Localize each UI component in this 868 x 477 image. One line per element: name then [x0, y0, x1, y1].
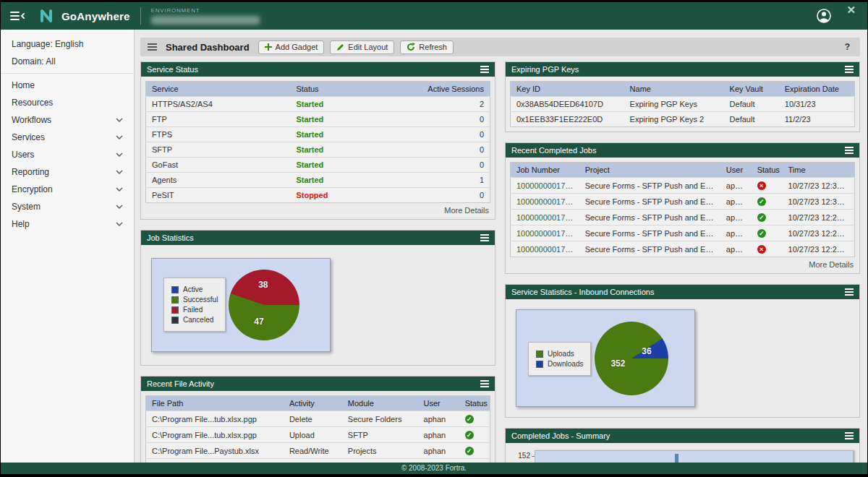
sidebar-item-users[interactable]: Users: [1, 146, 134, 163]
column-header: Status: [752, 163, 783, 178]
key-name: Expiring PGP Keys: [624, 97, 724, 112]
more-details-link[interactable]: More Details: [145, 203, 490, 215]
close-icon[interactable]: ✕: [846, 5, 856, 15]
legend-label: Canceled: [183, 316, 213, 324]
service-status: Started: [290, 127, 404, 142]
service-name: SFTP: [146, 142, 291, 158]
sidebar-item-help[interactable]: Help: [1, 215, 134, 233]
dashboard-toolbar: Shared Dashboard Add Gadget Edit Layout …: [140, 38, 860, 56]
project: Secure Forms - SFTP Push and Encrypt: [579, 225, 720, 241]
sidebar-toggle-icon[interactable]: [9, 9, 27, 22]
expiration-date: 10/31/23: [779, 97, 855, 112]
file-path: C:\Program File...tub.xlsx.pgp: [146, 427, 284, 443]
gadget-title: Recent Completed Jobs: [511, 146, 845, 155]
user: aphan: [720, 210, 752, 225]
sidebar-item-system[interactable]: System: [1, 198, 134, 215]
sidebar-item-label: Domain: All: [12, 56, 56, 66]
left-column: Service Status Service Status Active Ses…: [140, 61, 495, 463]
gadget-menu-icon[interactable]: [845, 66, 854, 73]
account-icon[interactable]: [816, 8, 832, 24]
gadget-service-status: Service Status Service Status Active Ses…: [140, 61, 495, 220]
column-header: Time: [783, 163, 855, 178]
help-button[interactable]: ?: [845, 42, 853, 52]
gadget-menu-icon[interactable]: [480, 234, 489, 241]
job-time: 10/27/23 12:32:48 PM: [783, 178, 855, 194]
sidebar-item-workflows[interactable]: Workflows: [1, 111, 134, 129]
add-gadget-label: Add Gadget: [276, 43, 318, 51]
service-status: Started: [290, 142, 404, 158]
dashboard-menu-icon[interactable]: [148, 43, 157, 51]
status-icon: ✓: [757, 229, 766, 238]
y-axis: 152 114: [510, 450, 535, 463]
gadget-job-statistics: Job Statistics Active Successful Failed …: [140, 230, 495, 366]
user: aphan: [418, 411, 459, 427]
active-sessions: 0: [404, 142, 490, 158]
table-row: 1000000001771Secure Forms - SFTP Push an…: [511, 210, 855, 225]
job-number-link[interactable]: 1000000001771: [511, 210, 579, 225]
gadget-menu-icon[interactable]: [845, 288, 854, 296]
gadget-header: Service Statistics - Inbound Connections: [506, 285, 859, 299]
table-row: AgentsStarted1: [146, 173, 490, 188]
gadget-header: Expiring PGP Keys: [506, 62, 859, 77]
service-name: FTPS: [146, 127, 291, 142]
sidebar-item-label: Language: English: [12, 39, 83, 49]
bar: [675, 454, 678, 463]
sidebar-item-reporting[interactable]: Reporting: [1, 163, 134, 181]
gadget-header: Service Status: [141, 62, 495, 77]
job-number-link[interactable]: 1000000001773: [511, 178, 579, 194]
sidebar-item-home[interactable]: Home: [1, 77, 134, 94]
column-header: Service: [146, 82, 291, 97]
sidebar-item-resources[interactable]: Resources: [1, 94, 134, 111]
legend-swatch-failed: [171, 306, 179, 314]
job-number-link[interactable]: 1000000001772: [511, 194, 579, 210]
gadget-menu-icon[interactable]: [845, 432, 854, 439]
status-icon: ×: [757, 181, 766, 190]
legend-label: Downloads: [548, 360, 583, 368]
edit-layout-button[interactable]: Edit Layout: [330, 40, 394, 54]
more-details-link[interactable]: More Details: [510, 257, 855, 269]
active-sessions: 1: [404, 173, 490, 188]
sidebar-item-services[interactable]: Services: [1, 129, 134, 146]
gadget-title: Recent File Activity: [147, 379, 480, 388]
module: SFTP: [342, 427, 418, 443]
refresh-button[interactable]: Refresh: [400, 40, 454, 54]
app-window: GoAnywhere ENVIRONMENT ✕ Language: Engli…: [1, 2, 867, 474]
topbar-divider: [140, 7, 141, 25]
job-number-link[interactable]: 1000000001770: [511, 225, 579, 241]
column-header: User: [720, 163, 752, 178]
table-row: PeSITStopped0: [146, 188, 490, 203]
pencil-icon: [336, 43, 344, 51]
project: Secure Forms - SFTP Push and Encrypt: [579, 241, 720, 257]
gadget-inbound-connections: Service Statistics - Inbound Connections…: [505, 284, 860, 418]
table-row: C:\Program File...tub.xlsx.pgpDeleteSecu…: [146, 411, 490, 427]
recent-completed-jobs-table: Job Number Project User Status Time 1000…: [510, 162, 855, 257]
user: aphan: [418, 443, 459, 459]
active-sessions: 0: [404, 112, 490, 127]
status-cell: ✓: [459, 411, 490, 427]
chevron-down-icon: [116, 187, 123, 192]
gadget-menu-icon[interactable]: [845, 147, 854, 154]
topbar: GoAnywhere ENVIRONMENT ✕: [1, 2, 867, 30]
add-gadget-button[interactable]: Add Gadget: [258, 40, 325, 54]
job-time: 10/27/23 12:30:24 PM: [783, 194, 855, 210]
brand-name: GoAnywhere: [61, 10, 130, 22]
chevron-down-icon: [116, 205, 123, 209]
sidebar-item-label: Resources: [12, 98, 53, 108]
job-number-link[interactable]: 1000000001769: [511, 241, 579, 257]
chevron-down-icon: [116, 170, 123, 174]
environment-label: ENVIRONMENT: [151, 7, 260, 14]
sidebar-item-encryption[interactable]: Encryption: [1, 181, 134, 198]
gadget-menu-icon[interactable]: [480, 380, 489, 387]
legend-swatch-uploads: [536, 351, 543, 358]
gadget-completed-jobs-summary: Completed Jobs - Summary 152 114: [505, 428, 860, 463]
column-header: Module: [342, 396, 418, 411]
sidebar-item-domain[interactable]: Domain: All: [1, 53, 134, 70]
service-status: Started: [290, 97, 404, 112]
legend-label: Active: [183, 285, 203, 293]
sidebar-item-language[interactable]: Language: English: [1, 35, 134, 53]
gadget-menu-icon[interactable]: [480, 66, 489, 73]
bar-plot-area: [535, 450, 854, 463]
column-header: Expiration Date: [779, 82, 855, 97]
table-row: C:\Program File...tub.xlsx.pgpUploadSFTP…: [146, 427, 490, 443]
service-name: HTTPS/AS2/AS4: [146, 97, 291, 112]
